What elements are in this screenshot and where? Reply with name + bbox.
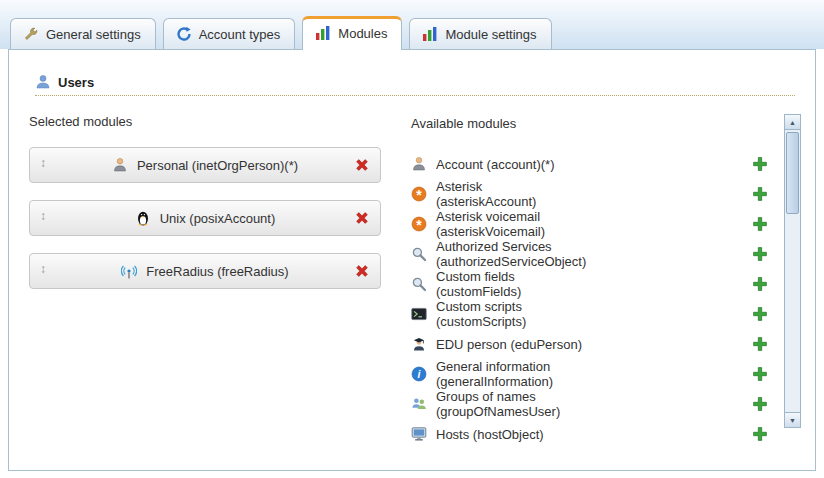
module-label: EDU person (eduPerson) — [436, 337, 585, 352]
selected-modules-list: ↕ Personal (inetOrgPerson)(*) ↕ — [29, 147, 381, 289]
asterisk-icon: * — [411, 216, 427, 232]
group-icon — [411, 396, 427, 412]
add-icon[interactable] — [752, 156, 768, 172]
available-modules-heading: Available modules — [411, 116, 780, 131]
available-module-row: * Asterisk (asteriskAccount) — [411, 179, 780, 209]
selected-modules-heading: Selected modules — [29, 114, 381, 129]
module-label: Custom fields (customFields) — [436, 269, 585, 299]
lam-configuration-page: General settings Account types Modules M… — [0, 0, 824, 478]
magnifier-icon — [411, 276, 427, 292]
edu-person-icon — [411, 336, 427, 352]
user-icon — [35, 74, 51, 90]
selected-module-row[interactable]: ↕ FreeRadius (freeRadius) — [29, 253, 381, 289]
tab-module-settings[interactable]: Module settings — [409, 18, 551, 49]
module-label: Personal (inetOrgPerson)(*) — [137, 158, 298, 173]
tab-label: Account types — [199, 27, 281, 42]
scroll-down-icon[interactable]: ▼ — [784, 412, 801, 428]
delete-icon[interactable] — [354, 210, 370, 226]
add-icon[interactable] — [752, 426, 768, 442]
penguin-icon — [135, 210, 151, 226]
available-module-row: EDU person (eduPerson) — [411, 329, 780, 359]
delete-icon[interactable] — [354, 263, 370, 279]
host-icon — [411, 426, 427, 442]
module-label: FreeRadius (freeRadius) — [146, 264, 288, 279]
person-icon — [112, 157, 128, 173]
sync-icon — [176, 26, 192, 42]
available-module-row: Groups of names (groupOfNamesUser) — [411, 389, 780, 419]
scroll-up-icon[interactable]: ▲ — [784, 114, 801, 130]
tab-bar: General settings Account types Modules M… — [0, 0, 824, 49]
tab-label: Modules — [338, 26, 387, 41]
module-label: Asterisk voicemail (asteriskVoicemail) — [436, 209, 585, 239]
module-label: Asterisk (asteriskAccount) — [436, 179, 585, 209]
module-label: Account (account)(*) — [436, 157, 585, 172]
magnifier-icon — [411, 246, 427, 262]
add-icon[interactable] — [752, 366, 768, 382]
add-icon[interactable] — [752, 396, 768, 412]
available-module-row: * Asterisk voicemail (asteriskVoicemail) — [411, 209, 780, 239]
info-icon: i — [411, 366, 427, 382]
module-label: Unix (posixAccount) — [160, 211, 276, 226]
module-label: Custom scripts (customScripts) — [436, 299, 585, 329]
chart-icon — [422, 26, 438, 42]
svg-text:*: * — [416, 187, 422, 202]
available-module-row: Custom scripts (customScripts) — [411, 299, 780, 329]
person-icon — [411, 156, 427, 172]
delete-icon[interactable] — [354, 157, 370, 173]
available-modules-column: Available modules Account (account)(*) — [411, 114, 801, 449]
selected-modules-column: Selected modules ↕ Personal (inetOrgPers… — [29, 114, 381, 449]
available-module-row: Account (account)(*) — [411, 149, 780, 179]
script-icon — [411, 306, 427, 322]
add-icon[interactable] — [752, 336, 768, 352]
module-label: Groups of names (groupOfNamesUser) — [436, 389, 585, 419]
available-module-row: Authorized Services (authorizedServiceOb… — [411, 239, 780, 269]
radio-icon — [121, 263, 137, 279]
svg-text:*: * — [416, 217, 422, 232]
module-columns: Selected modules ↕ Personal (inetOrgPers… — [9, 96, 815, 449]
tab-label: General settings — [46, 27, 141, 42]
module-label: Hosts (hostObject) — [436, 427, 585, 442]
chart-icon — [315, 25, 331, 41]
tab-account-types[interactable]: Account types — [163, 18, 296, 49]
available-module-row: Custom fields (customFields) — [411, 269, 780, 299]
module-label: General information (generalInformation) — [436, 359, 585, 389]
add-icon[interactable] — [752, 276, 768, 292]
add-icon[interactable] — [752, 216, 768, 232]
drag-handle-icon[interactable]: ↕ — [40, 263, 56, 279]
drag-handle-icon[interactable]: ↕ — [40, 157, 56, 173]
wrench-icon — [23, 26, 39, 42]
available-modules-list: Account (account)(*) * Asterisk (asteris… — [411, 149, 780, 449]
add-icon[interactable] — [752, 306, 768, 322]
scrollbar[interactable]: ▲ ▼ — [784, 114, 801, 428]
section-title: Users — [58, 75, 94, 90]
drag-handle-icon[interactable]: ↕ — [40, 210, 56, 226]
available-module-row: i General information (generalInformatio… — [411, 359, 780, 389]
module-label: Authorized Services (authorizedServiceOb… — [436, 239, 586, 269]
selected-module-row[interactable]: ↕ Personal (inetOrgPerson)(*) — [29, 147, 381, 183]
users-section-heading: Users — [35, 74, 795, 96]
scrollbar-thumb[interactable] — [786, 132, 799, 214]
available-module-row: Hosts (hostObject) — [411, 419, 780, 449]
selected-module-row[interactable]: ↕ Unix (posixAccount) — [29, 200, 381, 236]
add-icon[interactable] — [752, 246, 768, 262]
asterisk-icon: * — [411, 186, 427, 202]
modules-panel: Users Selected modules ↕ Personal (inetO… — [8, 49, 816, 471]
add-icon[interactable] — [752, 186, 768, 202]
tab-general-settings[interactable]: General settings — [10, 18, 156, 49]
tab-label: Module settings — [445, 27, 536, 42]
tab-modules[interactable]: Modules — [302, 16, 402, 50]
